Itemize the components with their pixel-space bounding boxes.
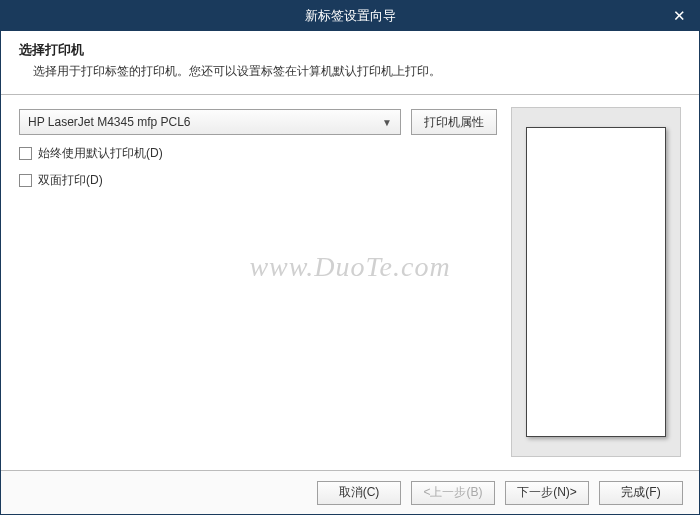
checkbox-icon	[19, 147, 32, 160]
printer-row: HP LaserJet M4345 mfp PCL6 ▼ 打印机属性	[19, 109, 497, 135]
dialog-title: 新标签设置向导	[305, 7, 396, 25]
checkbox-icon	[19, 174, 32, 187]
header-section: 选择打印机 选择用于打印标签的打印机。您还可以设置标签在计算机默认打印机上打印。	[1, 31, 699, 95]
cancel-button[interactable]: 取消(C)	[317, 481, 401, 505]
always-default-label: 始终使用默认打印机(D)	[38, 145, 163, 162]
preview-panel	[511, 107, 681, 457]
left-column: HP LaserJet M4345 mfp PCL6 ▼ 打印机属性 始终使用默…	[19, 109, 497, 470]
content-area: HP LaserJet M4345 mfp PCL6 ▼ 打印机属性 始终使用默…	[1, 95, 699, 470]
footer: 取消(C) <上一步(B) 下一步(N)> 完成(F)	[1, 470, 699, 514]
chevron-down-icon: ▼	[382, 117, 392, 128]
titlebar: 新标签设置向导 ✕	[1, 1, 699, 31]
next-button[interactable]: 下一步(N)>	[505, 481, 589, 505]
back-button: <上一步(B)	[411, 481, 495, 505]
preview-page	[526, 127, 666, 437]
duplex-checkbox[interactable]: 双面打印(D)	[19, 172, 497, 189]
page-description: 选择用于打印标签的打印机。您还可以设置标签在计算机默认打印机上打印。	[19, 63, 681, 80]
printer-properties-button[interactable]: 打印机属性	[411, 109, 497, 135]
page-title: 选择打印机	[19, 41, 681, 59]
printer-selected-value: HP LaserJet M4345 mfp PCL6	[28, 115, 191, 129]
duplex-label: 双面打印(D)	[38, 172, 103, 189]
close-icon: ✕	[673, 7, 686, 25]
printer-select[interactable]: HP LaserJet M4345 mfp PCL6 ▼	[19, 109, 401, 135]
close-button[interactable]: ✕	[659, 1, 699, 31]
wizard-dialog: 新标签设置向导 ✕ 选择打印机 选择用于打印标签的打印机。您还可以设置标签在计算…	[0, 0, 700, 515]
always-default-checkbox[interactable]: 始终使用默认打印机(D)	[19, 145, 497, 162]
finish-button[interactable]: 完成(F)	[599, 481, 683, 505]
